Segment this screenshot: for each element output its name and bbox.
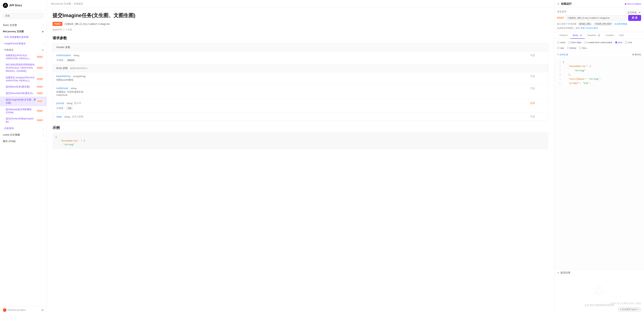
json-key-base64: "base64Array": [568, 65, 587, 68]
line-num-5: 5: [557, 77, 561, 81]
rocket-icon: [592, 284, 606, 301]
radio-form-data-label: form-data: [571, 41, 582, 44]
sidebar-imagine-badge: POST: [36, 100, 44, 103]
line-num-1: 1: [557, 60, 561, 64]
sidebar-shorten-badge: POST: [36, 119, 44, 122]
radio-raw[interactable]: raw: [557, 47, 564, 49]
param-base64array-name: base64Array: [56, 75, 70, 78]
radio-xml[interactable]: xml: [625, 41, 632, 44]
result-title[interactable]: ▼ 返回结果: [557, 271, 641, 274]
sidebar-item-shorten[interactable]: 提交Shorten任务(prompt分析) POST: [0, 115, 46, 125]
editor-line-2: 2 "base64Array": [: [557, 64, 641, 68]
intranet-label: 如需请求内网接口, 请先: [557, 27, 580, 29]
code-editor[interactable]: 1 { 2 "base64Array": [ 3 "string" 4 ], 5…: [554, 58, 644, 269]
tab-auth[interactable]: Auth: [616, 32, 626, 39]
svg-point-0: [3, 3, 8, 8]
sidebar-variation-simple-badge: POST: [36, 78, 44, 81]
sidebar-item-describe[interactable]: 提交Describe任务(图生文) POST: [0, 90, 46, 97]
radio-form-data[interactable]: form-data: [568, 41, 582, 44]
content-area: 提交Imagine任务(文生图、文图生图) POST {{BASE_URL}}/…: [47, 8, 554, 314]
app-title: API Docs: [9, 4, 22, 7]
result-section: ▼ 返回结果: [554, 269, 644, 276]
sidebar-modal-label: 提交Modal(提交局部重绘、ZOOM): [6, 108, 36, 114]
sidebar-item-luma[interactable]: Luma 文生视频 ›: [0, 132, 46, 138]
line-content-5: "notifyHook": "string",: [563, 77, 601, 81]
intranet-link[interactable]: 安装 Chrome 插件: [580, 27, 598, 29]
sidebar-item-actions[interactable]: 执行动作(所有的关联按钮动作UPSCALE; VARIATION; REROLL…: [0, 61, 46, 74]
env-set-link[interactable]: 去设置变量值: [614, 23, 627, 26]
body-params-label: Body 参数 application/json: [53, 65, 548, 72]
search-input[interactable]: [3, 13, 44, 18]
param-authorization-name: Authorization: [56, 54, 71, 57]
sidebar-item-variation-simple[interactable]: 绘图变化-simple(UPSCALE; VARIATION; REROLL) …: [0, 74, 46, 84]
radio-json[interactable]: json: [615, 41, 622, 44]
param-state-required: 可选: [530, 115, 544, 118]
sidebar-item-fill-others[interactable]: 补充 其他参数以及回调: [0, 34, 46, 40]
settings-icon[interactable]: ⚙: [41, 308, 44, 311]
json-key-notifyhook: "notifyHook": [568, 78, 585, 80]
sidebar-item-suno-label: Suno 文生歌: [3, 24, 43, 27]
param-authorization-example-label: 示例值：: [56, 59, 66, 61]
body-content-type: application/json: [70, 67, 88, 70]
chevron-down-result-icon: ▼: [557, 271, 559, 274]
tab-body[interactable]: Body 1: [570, 32, 585, 39]
endpoint-url: {{BASE_URL}}/mj/submit/imagine: [64, 23, 110, 25]
sidebar-task-submit-group[interactable]: 任务提交 ∨: [0, 47, 46, 52]
sidebar-item-imagine[interactable]: 提交Imagine任务(文生图、图生图) POST: [0, 97, 46, 106]
radio-x-www[interactable]: x-www-form-urlencoded: [584, 41, 612, 44]
tab-cookies-label: Cookies: [606, 34, 614, 37]
environment-selector[interactable]: 正式环境: [625, 10, 641, 15]
sidebar: API Docs Suno 文生歌 › Mid journey 文生图 ∨ 补充…: [0, 0, 47, 314]
sidebar-item-insightface[interactable]: InsightFace任务提交 ›: [0, 40, 46, 47]
request-row: POST {{BASE_URL}}/mj/submit/imagine 发 送: [557, 15, 641, 21]
radio-binary[interactable]: binary: [567, 47, 576, 49]
request-url: {{BASE_URL}}/mj/submit/imagine: [566, 15, 627, 21]
tab-headers[interactable]: Headers 1: [585, 32, 603, 39]
sidebar-item-upscale[interactable]: 绘图变化(UPSCALE; VARIATION; REROLL) POST: [0, 52, 46, 61]
close-button[interactable]: ✕: [557, 2, 560, 6]
sidebar-header: API Docs: [0, 0, 46, 11]
sidebar-item-blend[interactable]: 提交Blend任务(图生图) POST: [0, 84, 46, 90]
breadcrumb-midjourney[interactable]: Mid journey 文生图: [51, 2, 71, 6]
radio-graphql[interactable]: Gra...: [579, 47, 588, 49]
radio-x-www-label: x-www-form-urlencoded: [587, 41, 612, 44]
tab-params[interactable]: Params: [557, 32, 570, 39]
send-button[interactable]: 发 送: [628, 15, 641, 21]
auto-generate-button[interactable]: ↻ 自动生成: [557, 53, 568, 56]
editor-line-5: 5 "notifyHook": "string",: [557, 77, 641, 81]
param-base64array-desc: 垫图base64数组: [56, 78, 92, 82]
run-in-apifox-button[interactable]: ▶ Run in Apifox: [625, 3, 641, 5]
sidebar-shorten-label: 提交Shorten任务(prompt分析): [6, 117, 36, 124]
param-notifyhook-desc: 回调地址, 为空时使用全局notifyHook: [56, 90, 92, 96]
panel-tabs: Params Body 1 Headers 1 Cookies Auth: [554, 32, 644, 39]
sidebar-item-suno[interactable]: Suno 文生歌 ›: [0, 22, 46, 29]
sidebar-item-midjourney[interactable]: Mid journey 文生图 ∨: [0, 29, 46, 34]
line-content-4: ],: [563, 73, 571, 77]
sidebar-upscale-label: 绘图变化(UPSCALE; VARIATION; REROLL): [6, 54, 36, 60]
sidebar-midjourney-label: Mid journey 文生图: [3, 30, 24, 33]
radio-none[interactable]: none: [557, 41, 566, 44]
param-prompt-name: prompt: [56, 102, 64, 105]
tab-cookies[interactable]: Cookies: [603, 32, 616, 39]
env-label: 接口使用了环境变量: [557, 23, 576, 26]
param-state: state string 自定义参数 可选: [53, 113, 548, 121]
sidebar-item-chat[interactable]: 聊天 (Chat) ›: [0, 138, 46, 145]
auto-select-agent-button[interactable]: ✦ 自动选择 Agent ✧: [618, 307, 641, 312]
params-table: Header 参数 Authorization string 示例值： Bear…: [52, 43, 548, 121]
sidebar-chat-label: 聊天 (Chat): [3, 140, 43, 143]
sidebar-modal-badge: POST: [36, 110, 44, 112]
param-base64array: base64Array array[string] 垫图base64数组 可选: [53, 72, 548, 84]
format-button[interactable]: ⊞ 格式化: [632, 53, 641, 56]
chevron-down-icon-2: ∨: [42, 49, 44, 51]
line-num-2: 2: [557, 64, 561, 68]
code-indent-2: [56, 143, 61, 147]
chevron-right-icon: ›: [43, 24, 44, 27]
radio-binary-label: binary: [570, 47, 576, 49]
chevron-right-icon-5: ›: [43, 140, 44, 143]
sidebar-task-submit-label: 任务提交: [4, 48, 14, 52]
sidebar-item-task-query[interactable]: 任务查询 ›: [0, 125, 46, 132]
code-brace-open: {: [56, 135, 57, 139]
env-tag-base-url: BASE_URL: [578, 22, 592, 26]
editor-line-3: 3 "string": [557, 68, 641, 73]
sidebar-item-modal[interactable]: 提交Modal(提交局部重绘、ZOOM) POST: [0, 106, 46, 115]
